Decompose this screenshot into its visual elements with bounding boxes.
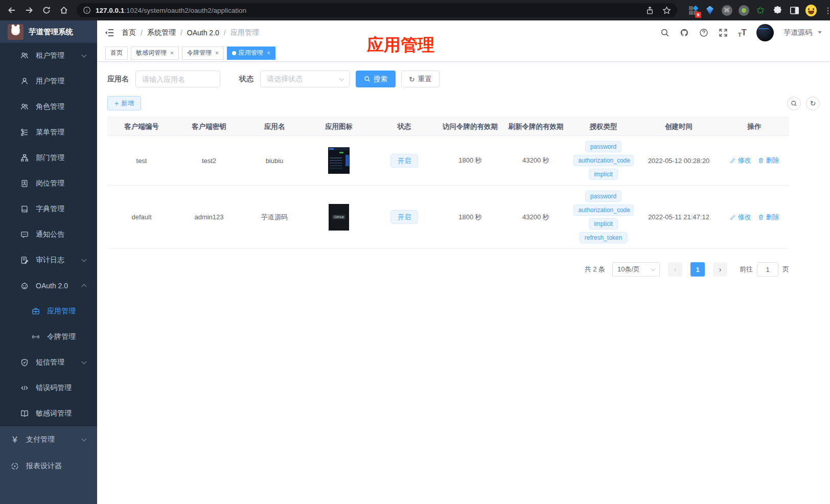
app-icon-image: GitHub bbox=[329, 204, 349, 231]
cell-app-name: biubiu bbox=[242, 136, 307, 186]
help-icon[interactable] bbox=[699, 28, 709, 37]
status-select[interactable]: 请选择状态 bbox=[260, 71, 350, 87]
users-icon bbox=[20, 103, 29, 111]
next-page-button[interactable]: › bbox=[713, 262, 727, 277]
tag-敏感词管理[interactable]: 敏感词管理× bbox=[131, 47, 179, 60]
sidebar-item-error-code-management[interactable]: 错误码管理 bbox=[0, 375, 97, 401]
sidebar-item-oauth2[interactable]: OAuth 2.0 bbox=[0, 273, 97, 299]
page-content: 应用名 状态 请选择状态 搜索 ↻ 重置 bbox=[97, 62, 830, 504]
address-bar[interactable]: 127.0.0.1:1024/system/oauth2/oauth2/appl… bbox=[77, 3, 677, 17]
sidebar-item-label: 报表设计器 bbox=[26, 462, 62, 471]
breadcrumb: 首页/系统管理/OAuth 2.0/应用管理 bbox=[122, 28, 259, 37]
user-menu-caret-icon[interactable] bbox=[818, 31, 822, 34]
prev-page-button[interactable]: ‹ bbox=[668, 262, 682, 277]
github-icon[interactable] bbox=[680, 28, 689, 37]
user-avatar[interactable] bbox=[756, 24, 774, 41]
tag-close-icon[interactable]: × bbox=[215, 50, 219, 57]
share-icon[interactable] bbox=[645, 6, 654, 15]
grant-type-tags: passwordauthorization_codeimplicit bbox=[571, 141, 636, 180]
openbook-icon bbox=[20, 409, 29, 418]
tag-close-icon[interactable]: × bbox=[267, 50, 270, 57]
top-navbar: 首页/系统管理/OAuth 2.0/应用管理 TT 芋道源码 bbox=[97, 20, 830, 44]
row-actions: 修改删除 bbox=[722, 156, 787, 165]
browser-home-icon[interactable] bbox=[56, 3, 72, 18]
delete-button[interactable]: 删除 bbox=[758, 213, 779, 222]
fullscreen-icon[interactable] bbox=[719, 28, 728, 37]
goto-page-input[interactable] bbox=[757, 262, 778, 277]
sidebar-item-dept-management[interactable]: 部门管理 bbox=[0, 145, 97, 171]
side-panel-icon[interactable] bbox=[789, 5, 800, 16]
sidebar-item-oauth2-application[interactable]: 应用管理 bbox=[0, 299, 97, 324]
sidebar-item-user-management[interactable]: 用户管理 bbox=[0, 68, 97, 94]
sidebar-item-post-management[interactable]: 岗位管理 bbox=[0, 171, 97, 196]
sidebar-item-menu-management[interactable]: 菜单管理 bbox=[0, 120, 97, 145]
sidebar-item-label: OAuth 2.0 bbox=[36, 282, 68, 290]
book-icon bbox=[20, 205, 29, 213]
site-info-icon[interactable] bbox=[83, 6, 91, 14]
chart-icon bbox=[11, 462, 19, 470]
sidebar-item-tenant-management[interactable]: 租户管理 bbox=[0, 43, 97, 68]
extensions-puzzle-icon[interactable] bbox=[772, 5, 783, 16]
username[interactable]: 芋道源码 bbox=[783, 28, 812, 37]
browser-forward-icon[interactable] bbox=[21, 3, 37, 18]
sidebar-item-oauth2-token[interactable]: 令牌管理 bbox=[0, 324, 97, 350]
sidebar-item-dict-management[interactable]: 字典管理 bbox=[0, 196, 97, 222]
sidebar-item-notice[interactable]: 通知公告 bbox=[0, 222, 97, 247]
cell-refresh-token-ttl: 43200 秒 bbox=[503, 186, 569, 249]
chevron-down-icon bbox=[82, 53, 87, 58]
extension-tabs-icon[interactable]: 9 bbox=[687, 5, 699, 16]
sidebar-fold-icon[interactable] bbox=[104, 28, 114, 38]
sidebar-item-role-management[interactable]: 角色管理 bbox=[0, 94, 97, 120]
goto-label-before: 前往 bbox=[740, 265, 753, 274]
extension-record-icon[interactable] bbox=[738, 5, 749, 16]
app-name-input[interactable] bbox=[135, 71, 220, 87]
extension-gem-icon[interactable] bbox=[704, 5, 716, 16]
sidebar-item-label: 部门管理 bbox=[36, 153, 64, 163]
browser-menu-icon[interactable]: ⋮ bbox=[822, 5, 830, 16]
logo-image bbox=[8, 24, 24, 40]
chevron-down-icon bbox=[82, 359, 87, 364]
breadcrumb-item[interactable]: 首页 bbox=[122, 28, 136, 37]
search-button[interactable]: 搜索 bbox=[356, 71, 396, 87]
browser-reload-icon[interactable] bbox=[39, 3, 54, 18]
sidebar-item-audit-log[interactable]: 审计日志 bbox=[0, 247, 97, 273]
delete-button[interactable]: 删除 bbox=[758, 156, 779, 165]
tag-应用管理[interactable]: 应用管理× bbox=[227, 47, 275, 60]
bookmark-star-icon[interactable] bbox=[662, 6, 671, 15]
tag-首页[interactable]: 首页 bbox=[105, 47, 128, 60]
cell-access-token-ttl: 1800 秒 bbox=[437, 186, 503, 249]
profile-avatar-icon[interactable] bbox=[805, 5, 817, 16]
tag-active-dot bbox=[232, 51, 236, 55]
cell-client-secret: test2 bbox=[176, 136, 242, 186]
breadcrumb-item[interactable]: OAuth 2.0 bbox=[187, 29, 219, 37]
browser-back-icon[interactable] bbox=[4, 3, 19, 18]
extension-star-icon[interactable]: ✩ bbox=[755, 5, 766, 16]
sidebar-item-label: 字典管理 bbox=[36, 204, 64, 214]
chevron-down-icon bbox=[82, 257, 87, 262]
reset-button[interactable]: ↻ 重置 bbox=[401, 71, 440, 87]
grant-type-tags: passwordauthorization_codeimplicitrefres… bbox=[571, 191, 636, 243]
column-header: 客户端密钥 bbox=[176, 118, 242, 136]
font-size-icon[interactable]: TT bbox=[738, 28, 747, 38]
cell-grant-types: passwordauthorization_codeimplicitrefres… bbox=[569, 186, 638, 249]
toggle-search-button[interactable] bbox=[787, 97, 801, 110]
edit-button[interactable]: 修改 bbox=[730, 213, 751, 222]
sidebar-item-sensitive-word-management[interactable]: 敏感词管理 bbox=[0, 401, 97, 426]
cell-actions: 修改删除 bbox=[720, 186, 789, 249]
page-size-select[interactable]: 10条/页 bbox=[612, 262, 660, 277]
edit-button[interactable]: 修改 bbox=[730, 156, 751, 165]
sidebar-item-sms-management[interactable]: 短信管理 bbox=[0, 350, 97, 375]
sidebar-item-report-designer[interactable]: 报表设计器 bbox=[0, 453, 97, 479]
search-icon[interactable] bbox=[660, 28, 670, 37]
app-logo[interactable]: 芋道管理系统 bbox=[0, 20, 97, 43]
add-button[interactable]: + 新增 bbox=[107, 96, 141, 110]
sidebar-item-pay-management[interactable]: ¥支付管理 bbox=[0, 426, 97, 453]
page-number-button[interactable]: 1 bbox=[690, 262, 705, 277]
breadcrumb-item[interactable]: 系统管理 bbox=[147, 28, 176, 37]
breadcrumb-separator: / bbox=[180, 29, 182, 37]
tag-close-icon[interactable]: × bbox=[170, 50, 174, 57]
sidebar-item-label: 敏感词管理 bbox=[36, 409, 72, 418]
extension-command-icon[interactable]: ⌘ bbox=[721, 5, 732, 16]
refresh-table-button[interactable]: ↻ bbox=[806, 97, 820, 110]
tag-令牌管理[interactable]: 令牌管理× bbox=[182, 47, 224, 60]
